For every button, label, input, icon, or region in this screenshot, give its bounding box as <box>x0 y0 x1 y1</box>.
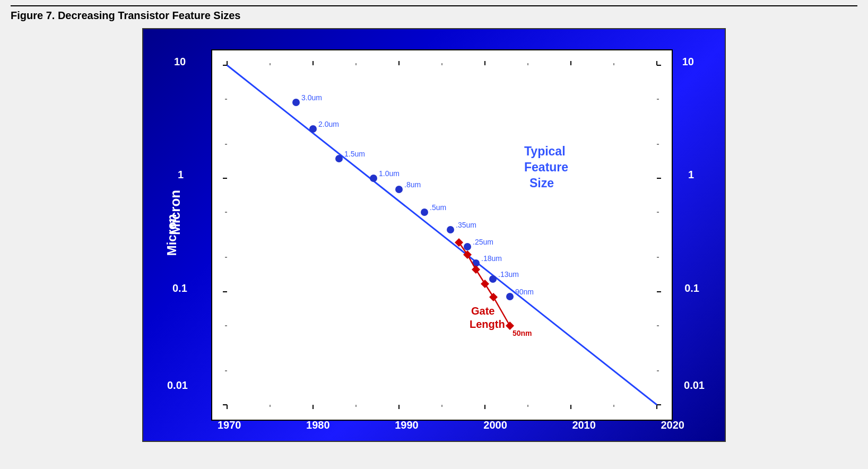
svg-text:Gate: Gate <box>471 305 494 317</box>
y-label-01-right: 0.1 <box>684 282 699 294</box>
x-label-1990: 1990 <box>395 419 419 431</box>
y-label-1-right: 1 <box>688 169 694 181</box>
svg-point-51 <box>395 186 403 193</box>
svg-point-49 <box>370 175 377 182</box>
chart-inner: 3.0um 2.0um 1.5um 1.0um .8um .5um <box>211 49 673 421</box>
chart-svg: 3.0um 2.0um 1.5um 1.0um .8um .5um <box>211 49 673 421</box>
x-label-2010: 2010 <box>572 419 596 431</box>
y-label-1-left: 1 <box>178 169 184 181</box>
svg-point-47 <box>335 155 343 162</box>
svg-point-55 <box>447 226 454 233</box>
svg-point-53 <box>421 209 428 216</box>
svg-point-43 <box>292 99 300 106</box>
figure-title: Figure 7. Decreasing Transistor Feature … <box>11 5 857 22</box>
svg-text:.35um: .35um <box>456 221 476 229</box>
x-label-1980: 1980 <box>306 419 330 431</box>
svg-point-45 <box>309 125 317 133</box>
svg-text:Feature: Feature <box>524 160 568 174</box>
svg-text:.18um: .18um <box>481 254 502 263</box>
svg-text:.8um: .8um <box>404 180 421 189</box>
svg-text:3.0um: 3.0um <box>301 93 322 102</box>
x-label-2020: 2020 <box>661 419 684 431</box>
y-label-10-right: 10 <box>682 56 694 68</box>
svg-point-61 <box>489 275 497 283</box>
svg-text:Size: Size <box>530 176 554 190</box>
svg-text:.25um: .25um <box>473 238 493 246</box>
y-axis-micron-label: Micron <box>151 228 193 242</box>
svg-text:Length: Length <box>470 318 505 330</box>
svg-text:2.0um: 2.0um <box>318 120 339 128</box>
svg-text:90nm: 90nm <box>515 288 534 296</box>
chart-container: Micron <box>142 28 726 442</box>
y-label-001-left: 0.01 <box>167 379 188 392</box>
chart-wrapper: Micron <box>11 28 857 442</box>
y-label-01-left: 0.1 <box>172 282 187 294</box>
svg-text:.13um: .13um <box>498 270 519 279</box>
svg-text:50nm: 50nm <box>513 329 532 337</box>
svg-line-42 <box>227 65 657 405</box>
svg-point-57 <box>464 243 471 250</box>
svg-text:1.0um: 1.0um <box>379 169 400 178</box>
y-label-10-left: 10 <box>174 56 186 68</box>
x-label-2000: 2000 <box>483 419 507 431</box>
x-label-1970: 1970 <box>218 419 241 431</box>
svg-text:1.5um: 1.5um <box>344 150 365 158</box>
y-label-001-right: 0.01 <box>684 379 705 392</box>
svg-point-63 <box>506 293 514 300</box>
x-axis-labels: 1970 1980 1990 2000 2010 2020 <box>218 419 684 431</box>
svg-text:.5um: .5um <box>430 203 446 212</box>
svg-text:Typical: Typical <box>524 144 566 158</box>
